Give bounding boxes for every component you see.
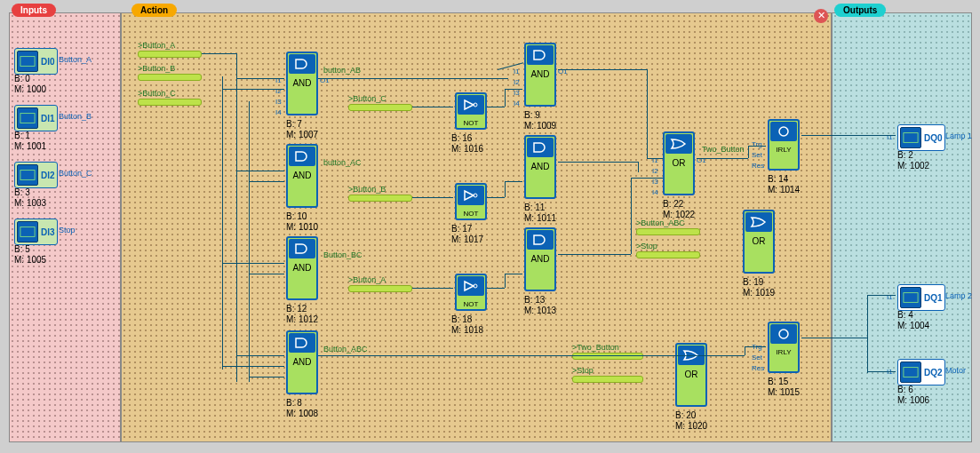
wire	[412, 288, 453, 289]
wire	[745, 346, 766, 347]
wire	[867, 295, 896, 296]
output-dq1[interactable]: DQ1	[897, 284, 945, 311]
connector[interactable]	[138, 74, 202, 81]
wire	[487, 107, 505, 107]
connector-label: >Button_A	[138, 41, 175, 50]
gate-or-20[interactable]: OR	[675, 343, 707, 407]
svg-rect-0	[20, 57, 35, 67]
digital-input-icon	[17, 51, 38, 72]
wire	[236, 53, 237, 382]
gate-and-7[interactable]: AND I1I2I3I4O1	[286, 52, 318, 115]
connector[interactable]	[138, 51, 202, 58]
digital-input-icon	[17, 164, 38, 186]
wire	[412, 197, 453, 198]
connector[interactable]	[572, 353, 643, 360]
wire	[647, 158, 663, 159]
wire	[236, 171, 284, 171]
wire	[631, 178, 632, 254]
wire	[638, 162, 639, 172]
wire	[801, 338, 867, 338]
svg-point-8	[779, 330, 788, 338]
input-di1[interactable]: DI1	[14, 105, 58, 131]
wire	[487, 288, 505, 289]
wire	[558, 254, 631, 255]
output-label: Lamp 2	[945, 291, 972, 300]
gate-not-17[interactable]: NOT	[455, 183, 487, 220]
wire	[558, 69, 647, 70]
input-label: Button_B	[59, 112, 92, 121]
connector[interactable]	[636, 251, 700, 258]
gate-or-19[interactable]: OR	[743, 210, 775, 274]
output-dq0[interactable]: DQ0	[897, 124, 945, 151]
gate-not-16[interactable]: NOT	[455, 92, 487, 130]
gate-and-10[interactable]: AND	[286, 144, 318, 208]
connector[interactable]	[636, 228, 700, 235]
connector-label: >Button_B	[348, 185, 386, 194]
gate-output-label: button_AC	[323, 158, 362, 167]
wire	[249, 377, 284, 378]
gate-irly-14[interactable]: IRLY TrgSetRes	[768, 119, 800, 171]
svg-rect-3	[20, 227, 35, 237]
svg-point-7	[779, 127, 788, 136]
connector[interactable]	[348, 104, 412, 111]
gate-irly-15[interactable]: IRLY TrgSetRes	[768, 322, 800, 373]
wire	[487, 197, 505, 198]
input-di2[interactable]: DI2	[14, 162, 58, 188]
gate-or-22[interactable]: OR I1I2I3I4O1	[663, 131, 695, 195]
gate-and-12[interactable]: AND	[286, 236, 318, 300]
gate-not-18[interactable]: NOT	[455, 274, 487, 311]
gate-and-13[interactable]: AND	[524, 227, 556, 291]
connector-label: >Button_B	[138, 64, 175, 73]
gate-output-label: Button_ABC	[323, 345, 368, 354]
zone-header-action: Action	[131, 4, 177, 17]
wire	[505, 89, 522, 90]
connector[interactable]	[348, 195, 412, 202]
input-di3[interactable]: DI3	[14, 219, 58, 245]
wire	[222, 263, 284, 264]
input-label: Stop	[59, 226, 76, 234]
wire	[236, 355, 284, 356]
output-dq2[interactable]: DQ2	[897, 359, 945, 385]
wire	[631, 178, 663, 179]
connector[interactable]	[138, 99, 202, 106]
gate-and-8[interactable]: AND	[286, 330, 318, 394]
close-icon[interactable]: ✕	[814, 9, 828, 23]
wire	[748, 146, 749, 158]
connector-label: >Button_C	[348, 94, 386, 103]
gate-and-9[interactable]: AND I1I2I3I4O1	[524, 43, 556, 107]
gate-output-label: Two_Button	[702, 145, 745, 154]
wire	[412, 107, 453, 107]
wire	[697, 158, 748, 159]
input-di0[interactable]: DI0	[14, 48, 58, 75]
zone-header-outputs: Outputs	[834, 4, 886, 17]
wire	[647, 69, 648, 158]
gate-output-label: button_AB	[323, 66, 361, 75]
wire	[222, 366, 284, 367]
wire	[249, 274, 284, 274]
wire	[505, 181, 522, 182]
connector[interactable]	[348, 285, 412, 292]
zone-header-inputs: Inputs	[12, 4, 56, 17]
digital-output-icon	[900, 287, 921, 308]
wire	[748, 146, 766, 147]
connector-label: >Stop	[636, 242, 657, 250]
wire	[558, 162, 638, 163]
svg-rect-1	[20, 114, 35, 123]
gate-and-11[interactable]: AND	[524, 135, 556, 199]
wire	[318, 355, 745, 356]
wire	[318, 78, 508, 79]
connector[interactable]	[572, 376, 643, 383]
wire	[867, 295, 868, 373]
svg-rect-2	[20, 171, 35, 180]
wire	[222, 76, 223, 370]
svg-rect-11	[904, 368, 918, 378]
wire	[236, 78, 284, 79]
wire	[505, 181, 506, 197]
connector-label: >Button_ABC	[636, 219, 685, 227]
wire	[505, 274, 522, 274]
wire	[202, 53, 237, 54]
wire	[249, 181, 284, 182]
connector-label: >Two_Button	[572, 343, 619, 352]
connector-label: >Stop	[572, 366, 594, 375]
digital-input-icon	[17, 221, 38, 242]
